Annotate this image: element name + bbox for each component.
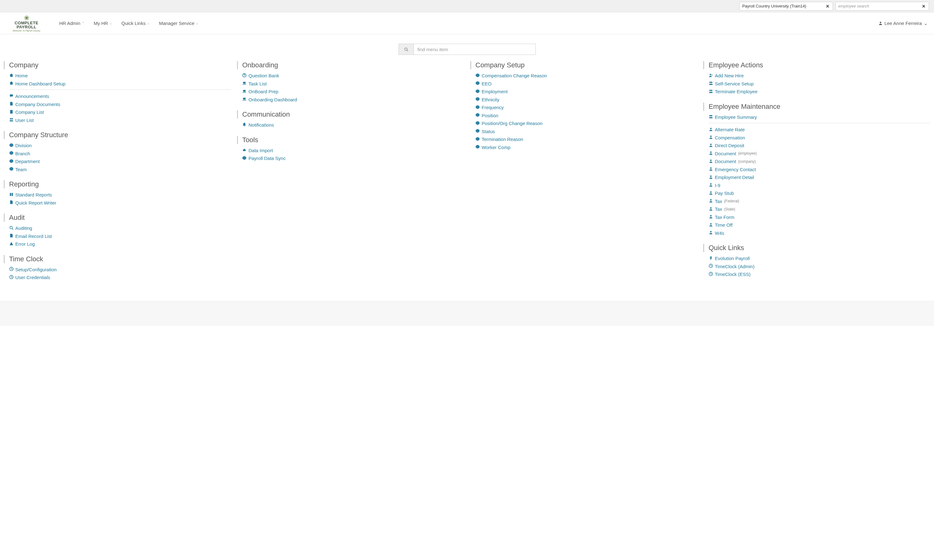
user-icon (709, 150, 713, 157)
menu-label: Compensation Change Reason (482, 72, 547, 80)
utility-bar: Payroll Country University (Train14) ✕ e… (0, 0, 934, 12)
menu-question-bank[interactable]: Question Bank (242, 72, 464, 80)
home-icon (9, 72, 14, 79)
document-icon (9, 101, 14, 108)
menu-item[interactable]: Ethnicity (475, 96, 697, 104)
find-button[interactable] (399, 44, 414, 55)
chevron-up-icon: ⌃ (82, 22, 85, 25)
menu-timeclock-ess[interactable]: TimeClock (ESS) (709, 270, 930, 278)
menu-label: TimeClock (ESS) (715, 270, 750, 278)
nav-my-hr[interactable]: My HR ⌄ (94, 21, 112, 26)
menu-item[interactable]: Division (9, 142, 231, 150)
menu-company-list[interactable]: Company List (9, 108, 231, 116)
menu-item[interactable]: Emergency Contact (709, 166, 930, 174)
user-menu[interactable]: Lee Anne Ferreira ⌄ (879, 21, 928, 26)
menu-quick-report-writer[interactable]: Quick Report Writer (9, 199, 231, 207)
gear-icon (242, 155, 247, 162)
menu-item[interactable]: Pay Stub (709, 189, 930, 197)
menu-label: Branch (15, 150, 30, 158)
menu-item[interactable]: Status (475, 128, 697, 135)
book-icon (9, 191, 14, 198)
menu-item[interactable]: Team (9, 166, 231, 174)
menu-label: OnBoard Prep (249, 88, 279, 96)
brand-logo[interactable]: ❀ COMPLETE PAYROLL Welcome To Payroll Co… (6, 15, 47, 32)
menu-item[interactable]: Position/Org Change Reason (475, 119, 697, 128)
menu-terminate-employee[interactable]: Terminate Employee (709, 88, 930, 96)
menu-task-list[interactable]: Task List (242, 80, 464, 88)
laptop-icon (242, 96, 247, 103)
menu-item[interactable]: Termination Reason (475, 135, 697, 143)
menu-evolution-payroll[interactable]: Evolution Payroll (709, 254, 930, 263)
menu-item[interactable]: Document(employee) (709, 150, 930, 158)
employee-search-placeholder: employee search (838, 4, 921, 8)
menu-item[interactable]: Employment (475, 88, 697, 96)
menu-item[interactable]: Tax(Federal) (709, 197, 930, 206)
section-employee-actions: Employee Actions Add New Hire Self-Servi… (703, 61, 930, 96)
menu-email-record-list[interactable]: Email Record List (9, 232, 231, 240)
menu-item[interactable]: Alternate Rate (709, 126, 930, 134)
nav-hr-admin[interactable]: HR Admin ⌃ (59, 21, 85, 26)
employee-search[interactable]: employee search ✕ (836, 2, 929, 11)
menu-auditing[interactable]: Auditing (9, 224, 231, 232)
menu-item[interactable]: Branch (9, 150, 231, 158)
menu-label: Ethnicity (482, 96, 500, 104)
user-icon (709, 214, 713, 220)
menu-add-new-hire[interactable]: Add New Hire (709, 72, 930, 80)
menu-item[interactable]: Position (475, 112, 697, 120)
menu-onboarding-dashboard[interactable]: Onboarding Dashboard (242, 96, 464, 104)
user-icon (709, 158, 713, 165)
menu-user-list[interactable]: User List (9, 116, 231, 125)
company-search[interactable]: Payroll Country University (Train14) ✕ (739, 2, 833, 11)
menu-standard-reports[interactable]: Standard Reports (9, 191, 231, 199)
menu-item[interactable]: Compensation Change Reason (475, 72, 697, 80)
menu-data-import[interactable]: Data Import (242, 146, 464, 155)
menu-timeclock-admin[interactable]: TimeClock (Admin) (709, 263, 930, 271)
nav-quick-links[interactable]: Quick Links ⌄ (121, 21, 150, 26)
menu-item[interactable]: Tax Form (709, 213, 930, 222)
menu-item[interactable]: Time Off (709, 221, 930, 229)
menu-error-log[interactable]: Error Log (9, 240, 231, 248)
menu-setup-configuration[interactable]: Setup/Configuration (9, 266, 231, 274)
menu-self-service-setup[interactable]: Self-Service Setup (709, 80, 930, 88)
nav-manager-service[interactable]: Manager Service ⌄ (159, 21, 198, 26)
menu-employee-summary[interactable]: Employee Summary (709, 113, 930, 121)
menu-label: Data Import (249, 146, 273, 155)
laptop-icon (242, 80, 247, 87)
section-title: Employee Maintenance (709, 103, 930, 111)
menu-item[interactable]: Department (9, 157, 231, 166)
section-reporting: Reporting Standard Reports Quick Report … (4, 180, 231, 207)
menu-user-credentials[interactable]: User Credentials (9, 274, 231, 282)
menu-notifications[interactable]: Notifications (242, 121, 464, 129)
menu-item[interactable]: Frequency (475, 103, 697, 112)
clear-employee-icon[interactable]: ✕ (921, 4, 926, 9)
menu-item[interactable]: Direct Deposit (709, 142, 930, 150)
menu-label: Email Record List (15, 232, 52, 240)
menu-item[interactable]: Tax(State) (709, 205, 930, 213)
menu-item[interactable]: W4s (709, 229, 930, 237)
menu-company-documents[interactable]: Company Documents (9, 100, 231, 109)
find-menu-input[interactable] (414, 44, 536, 55)
menu-label: EEO (482, 80, 492, 88)
menu-item[interactable]: EEO (475, 80, 697, 88)
menu-label: Task List (249, 80, 267, 88)
menu-payroll-data-sync[interactable]: Payroll Data Sync (242, 154, 464, 162)
gear-icon (475, 72, 480, 79)
clear-company-icon[interactable]: ✕ (825, 4, 830, 9)
col-3: Company Setup Compensation Change Reason… (470, 61, 697, 288)
menu-item[interactable]: I-9 (709, 182, 930, 189)
menu-announcements[interactable]: Announcements (9, 92, 231, 100)
menu-item[interactable]: Compensation (709, 134, 930, 142)
chat-icon (9, 93, 14, 100)
menu-onboard-prep[interactable]: OnBoard Prep (242, 88, 464, 96)
section-audit: Audit Auditing Email Record List Error L… (4, 214, 231, 248)
menu-label: Status (482, 128, 495, 135)
menu-label: Self-Service Setup (715, 80, 754, 88)
menu-label: TimeClock (Admin) (715, 263, 754, 271)
menu-item[interactable]: Employment Detail (709, 173, 930, 182)
menu-item[interactable]: Document(company) (709, 157, 930, 166)
menu-home[interactable]: Home (9, 72, 231, 80)
menu-item[interactable]: Worker Comp (475, 143, 697, 152)
cloud-icon (242, 147, 247, 154)
menu-home-dashboard-setup[interactable]: Home Dashboard Setup (9, 80, 231, 88)
menu-label: Setup/Configuration (15, 266, 57, 274)
